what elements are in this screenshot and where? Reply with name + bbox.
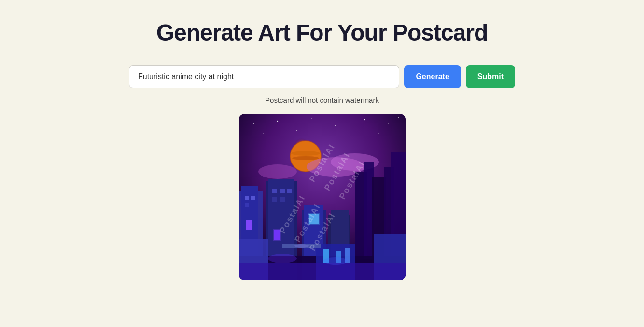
svg-point-56 xyxy=(268,254,297,263)
svg-point-8 xyxy=(263,133,264,134)
svg-rect-36 xyxy=(272,197,277,202)
svg-rect-39 xyxy=(273,229,281,241)
svg-point-7 xyxy=(398,117,399,118)
svg-rect-33 xyxy=(272,189,277,193)
svg-point-4 xyxy=(335,125,336,126)
svg-rect-34 xyxy=(280,189,285,193)
svg-point-3 xyxy=(311,118,312,119)
generated-image: PostalAI PostalAI PostalAI PostalAI Post… xyxy=(239,114,406,280)
svg-rect-35 xyxy=(287,189,292,193)
page-title: Generate Art For Your Postcard xyxy=(156,19,488,46)
svg-point-57 xyxy=(323,257,348,265)
svg-rect-27 xyxy=(251,196,255,200)
svg-point-15 xyxy=(292,156,319,160)
svg-point-54 xyxy=(294,244,309,248)
submit-button[interactable]: Submit xyxy=(466,65,515,88)
svg-point-10 xyxy=(378,133,379,134)
prompt-input[interactable] xyxy=(129,65,399,88)
svg-point-1 xyxy=(253,123,254,124)
svg-rect-30 xyxy=(246,220,252,230)
svg-rect-55 xyxy=(239,263,406,280)
svg-rect-43 xyxy=(308,213,320,225)
svg-point-2 xyxy=(277,121,278,122)
svg-rect-37 xyxy=(280,197,285,202)
watermark-notice: Postcard will not contain watermark xyxy=(265,96,379,104)
svg-point-6 xyxy=(388,123,389,124)
input-row: Generate Submit xyxy=(129,65,515,88)
svg-point-9 xyxy=(296,130,297,131)
svg-rect-28 xyxy=(245,203,249,207)
svg-rect-26 xyxy=(245,196,249,200)
svg-point-18 xyxy=(258,164,297,179)
generate-button[interactable]: Generate xyxy=(404,65,461,88)
svg-point-5 xyxy=(364,119,364,120)
svg-point-14 xyxy=(291,151,320,156)
